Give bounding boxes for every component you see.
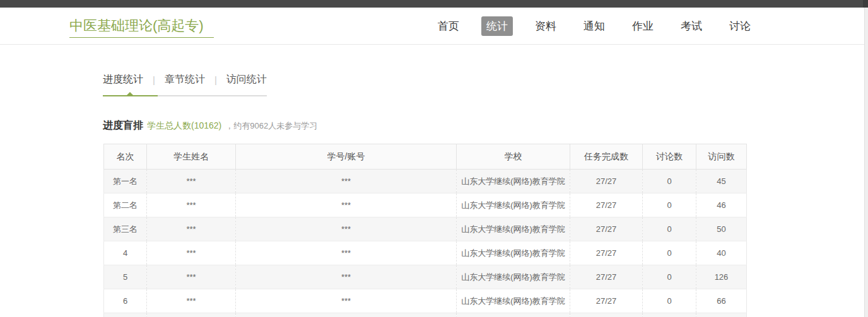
- section-header: 进度盲排 学生总人数(10162) ，约有9062人未参与学习: [103, 119, 317, 132]
- table-cell: [696, 313, 747, 317]
- scrollbar-track[interactable]: [864, 8, 868, 317]
- table-cell: 山东大学继续(网络)教育学院: [457, 193, 570, 217]
- main-nav: 首页统计资料通知作业考试讨论: [433, 8, 756, 45]
- table-cell: 45: [696, 170, 747, 193]
- tab-caret-icon: [127, 92, 133, 95]
- table-row: 第二名******山东大学继续(网络)教育学院27/27046: [104, 193, 747, 217]
- table-cell: ***: [236, 265, 457, 289]
- table-cell: 66: [696, 289, 747, 313]
- tab-separator: |: [214, 74, 217, 85]
- tab-underline-track: [103, 95, 267, 96]
- table-cell: [236, 313, 457, 317]
- table-row: 6******山东大学继续(网络)教育学院27/27066: [104, 289, 747, 313]
- table-cell: 27/27: [570, 289, 643, 313]
- table-cell: ***: [147, 289, 236, 313]
- table-cell: ***: [236, 217, 457, 241]
- table-cell: 5: [104, 265, 147, 289]
- table-row: 5******山东大学继续(网络)教育学院27/270126: [104, 265, 747, 289]
- table-row: 第一名******山东大学继续(网络)教育学院27/27045: [104, 170, 747, 193]
- table-cell: 27/27: [570, 193, 643, 217]
- table-cell: 126: [696, 265, 747, 289]
- table-cell: ***: [147, 241, 236, 265]
- table-cell: 50: [696, 217, 747, 241]
- section-title: 进度盲排: [103, 119, 143, 132]
- table-cell: 0: [643, 170, 696, 193]
- table-cell: 40: [696, 241, 747, 265]
- nav-item-2[interactable]: 资料: [530, 16, 561, 36]
- column-header: 任务完成数: [570, 144, 643, 170]
- nav-item-0[interactable]: 首页: [433, 16, 464, 36]
- table-cell: 27/27: [570, 241, 643, 265]
- table-cell: 山东大学继续(网络)教育学院: [457, 265, 570, 289]
- table-cell: 0: [643, 193, 696, 217]
- table-cell: ***: [147, 170, 236, 193]
- table-cell: 0: [643, 265, 696, 289]
- tab-0[interactable]: 进度统计: [103, 73, 143, 86]
- table-cell: 27/27: [570, 265, 643, 289]
- table-cell: [104, 313, 147, 317]
- table-cell: ***: [147, 217, 236, 241]
- site-header: 中医基础理论(高起专) 首页统计资料通知作业考试讨论: [0, 8, 868, 45]
- nav-item-5[interactable]: 考试: [676, 16, 707, 36]
- nav-item-1[interactable]: 统计: [481, 16, 513, 36]
- table-cell: [457, 313, 570, 317]
- table-cell: ***: [236, 241, 457, 265]
- table-cell: 0: [643, 217, 696, 241]
- student-total-label: 学生总人数(10162): [147, 120, 221, 132]
- column-header: 学校: [457, 144, 570, 170]
- table-cell: ***: [236, 170, 457, 193]
- table-cell: 山东大学继续(网络)教育学院: [457, 289, 570, 313]
- table-cell: 第三名: [104, 217, 147, 241]
- table-cell: ***: [147, 193, 236, 217]
- table-row: 4******山东大学继续(网络)教育学院27/27040: [104, 241, 747, 265]
- table-cell: [147, 313, 236, 317]
- nav-item-4[interactable]: 作业: [627, 16, 659, 36]
- table-cell: 27/27: [570, 170, 643, 193]
- table-cell: 0: [643, 241, 696, 265]
- table-cell: 第一名: [104, 170, 147, 193]
- stats-tabs: 进度统计|章节统计|访问统计: [103, 73, 267, 86]
- table-row-clipped: [104, 313, 747, 317]
- table-cell: 0: [643, 289, 696, 313]
- table-cell: 山东大学继续(网络)教育学院: [457, 217, 570, 241]
- table-cell: 山东大学继续(网络)教育学院: [457, 241, 570, 265]
- column-header: 学生姓名: [147, 144, 236, 170]
- nav-item-6[interactable]: 讨论: [724, 16, 756, 36]
- table-cell: 6: [104, 289, 147, 313]
- nav-item-3[interactable]: 通知: [578, 16, 610, 36]
- column-header: 讨论数: [643, 144, 696, 170]
- table-cell: 27/27: [570, 217, 643, 241]
- tab-active-underline: [103, 95, 158, 96]
- column-header: 学号/账号: [236, 144, 457, 170]
- table-cell: ***: [147, 265, 236, 289]
- table-cell: 46: [696, 193, 747, 217]
- topbar-corner: [863, 0, 868, 8]
- tab-2[interactable]: 访问统计: [226, 73, 267, 86]
- table-cell: [643, 313, 696, 317]
- tab-1[interactable]: 章节统计: [165, 73, 205, 86]
- tab-separator: |: [153, 74, 155, 85]
- table-cell: ***: [236, 289, 457, 313]
- table-cell: ***: [236, 193, 457, 217]
- course-title-link[interactable]: 中医基础理论(高起专): [69, 16, 214, 38]
- table-header: 名次学生姓名学号/账号学校任务完成数讨论数访问数: [104, 144, 747, 170]
- table-cell: 第二名: [104, 193, 147, 217]
- column-header: 访问数: [696, 144, 747, 170]
- progress-rank-table: 名次学生姓名学号/账号学校任务完成数讨论数访问数 第一名******山东大学继续…: [103, 144, 747, 317]
- table-cell: 4: [104, 241, 147, 265]
- table-cell: [570, 313, 643, 317]
- column-header: 名次: [104, 144, 147, 170]
- table-cell: 山东大学继续(网络)教育学院: [457, 170, 570, 193]
- not-participated-note: ，约有9062人未参与学习: [225, 120, 317, 132]
- table-row: 第三名******山东大学继续(网络)教育学院27/27050: [104, 217, 747, 241]
- top-bar: [0, 0, 868, 8]
